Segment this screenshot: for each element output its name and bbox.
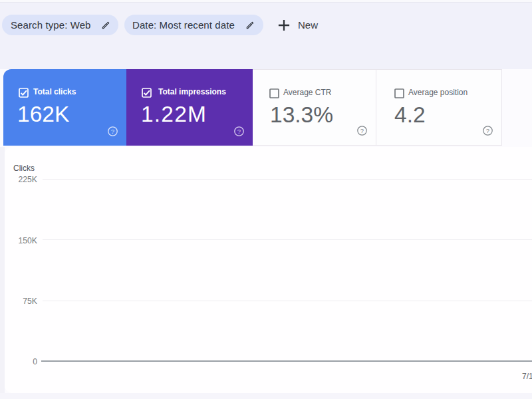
svg-text:?: ? [237, 128, 241, 135]
svg-text:?: ? [111, 128, 114, 135]
svg-text:?: ? [360, 127, 364, 134]
svg-text:?: ? [486, 127, 489, 134]
